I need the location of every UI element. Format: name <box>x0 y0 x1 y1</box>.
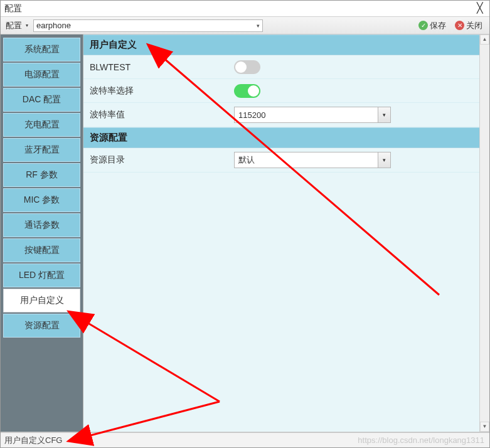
blwtest-toggle[interactable] <box>234 60 260 74</box>
row-control: 默认 ▾ <box>234 152 397 168</box>
status-bar: 用户自定义CFG https://blog.csdn.net/longkang1… <box>1 432 489 447</box>
device-select-value: earphone <box>36 21 71 30</box>
section-header-resource-config: 资源配置 <box>83 127 489 148</box>
row-label: BLWTEST <box>90 62 234 72</box>
content-wrap: 用户自定义 BLWTEST 波特率选择 波特率值 <box>83 35 489 432</box>
section-header-user-custom: 用户自定义 <box>83 35 489 55</box>
sidebar-item-dac-config[interactable]: DAC 配置 <box>3 88 80 112</box>
chevron-down-icon[interactable]: ▾ <box>378 152 390 168</box>
baud-value-select[interactable]: 115200 ▾ <box>234 107 391 123</box>
scroll-up-icon[interactable]: ▲ <box>480 35 489 45</box>
status-text: 用户自定义CFG <box>4 435 62 446</box>
device-select[interactable]: earphone ▾ <box>33 19 263 32</box>
sidebar-item-label: LED 灯配置 <box>19 270 65 281</box>
row-baud-value: 波特率值 115200 ▾ <box>83 103 489 127</box>
sidebar-item-label: 蓝牙配置 <box>24 144 60 156</box>
scroll-down-icon[interactable]: ▼ <box>480 422 489 432</box>
row-label: 波特率值 <box>90 109 234 120</box>
row-label: 资源目录 <box>90 154 234 166</box>
close-circle-icon: ✕ <box>455 21 464 30</box>
save-button[interactable]: ✓ 保存 <box>415 19 449 33</box>
chevron-down-icon[interactable]: ▾ <box>26 23 31 28</box>
sidebar-item-key-config[interactable]: 按键配置 <box>3 238 80 262</box>
config-menu-label[interactable]: 配置 <box>4 20 23 31</box>
row-resource-dir: 资源目录 默认 ▾ <box>83 148 489 173</box>
close-icon[interactable]: ╳ <box>477 2 483 14</box>
title-bar: 配置 ╳ <box>1 1 489 17</box>
sidebar-item-label: 电源配置 <box>24 69 60 80</box>
sidebar-item-call-params[interactable]: 通话参数 <box>3 213 80 237</box>
chevron-down-icon: ▾ <box>257 23 260 29</box>
sidebar-item-label: 通话参数 <box>24 220 60 231</box>
content-panel: 用户自定义 BLWTEST 波特率选择 波特率值 <box>83 35 489 432</box>
sidebar-item-label: 系统配置 <box>24 44 60 55</box>
close-button[interactable]: ✕ 关闭 <box>452 19 486 33</box>
baud-enable-toggle[interactable] <box>234 84 260 98</box>
sidebar-item-label: 用户自定义 <box>20 295 64 306</box>
row-label: 波特率选择 <box>90 85 234 97</box>
toolbar: 配置 ▾ earphone ▾ ✓ 保存 ✕ 关闭 <box>1 17 489 35</box>
body-area: 系统配置 电源配置 DAC 配置 充电配置 蓝牙配置 RF 参数 MIC 参数 … <box>1 35 489 432</box>
sidebar-item-resource-config[interactable]: 资源配置 <box>3 314 80 338</box>
close-button-label: 关闭 <box>466 20 482 31</box>
sidebar-item-label: 资源配置 <box>24 320 60 331</box>
row-control <box>234 84 397 98</box>
sidebar-item-power-config[interactable]: 电源配置 <box>3 63 80 87</box>
sidebar: 系统配置 电源配置 DAC 配置 充电配置 蓝牙配置 RF 参数 MIC 参数 … <box>1 35 83 432</box>
sidebar-item-mic-params[interactable]: MIC 参数 <box>3 188 80 212</box>
sidebar-item-charge-config[interactable]: 充电配置 <box>3 113 80 137</box>
scroll-track[interactable] <box>480 45 489 422</box>
sidebar-item-rf-params[interactable]: RF 参数 <box>3 163 80 187</box>
watermark-text: https://blog.csdn.net/longkang1311 <box>358 435 484 445</box>
toggle-knob <box>248 85 259 97</box>
sidebar-item-system-config[interactable]: 系统配置 <box>3 38 80 61</box>
sidebar-item-label: DAC 配置 <box>23 94 61 105</box>
combobox-value: 115200 <box>235 110 378 120</box>
chevron-down-icon[interactable]: ▾ <box>378 107 390 122</box>
sidebar-item-user-custom[interactable]: 用户自定义 <box>3 289 80 312</box>
sidebar-item-label: 按键配置 <box>24 245 60 256</box>
sidebar-item-label: RF 参数 <box>26 169 58 181</box>
save-button-label: 保存 <box>430 20 446 31</box>
sidebar-item-led-config[interactable]: LED 灯配置 <box>3 264 80 287</box>
window-title: 配置 <box>4 3 22 14</box>
sidebar-item-label: 充电配置 <box>24 119 60 131</box>
sidebar-item-bluetooth-config[interactable]: 蓝牙配置 <box>3 138 80 162</box>
config-window: 配置 ╳ 配置 ▾ earphone ▾ ✓ 保存 ✕ 关闭 系统配置 电源配置… <box>0 0 490 448</box>
row-blwtest: BLWTEST <box>83 55 489 79</box>
resource-dir-select[interactable]: 默认 ▾ <box>234 152 391 168</box>
row-baud-enable: 波特率选择 <box>83 79 489 103</box>
combobox-value: 默认 <box>235 154 378 166</box>
row-control: 115200 ▾ <box>234 107 397 123</box>
row-control <box>234 60 397 74</box>
toggle-knob <box>235 61 247 73</box>
vertical-scrollbar[interactable]: ▲ ▼ <box>479 35 489 432</box>
sidebar-item-label: MIC 参数 <box>24 195 60 206</box>
check-icon: ✓ <box>418 21 428 30</box>
